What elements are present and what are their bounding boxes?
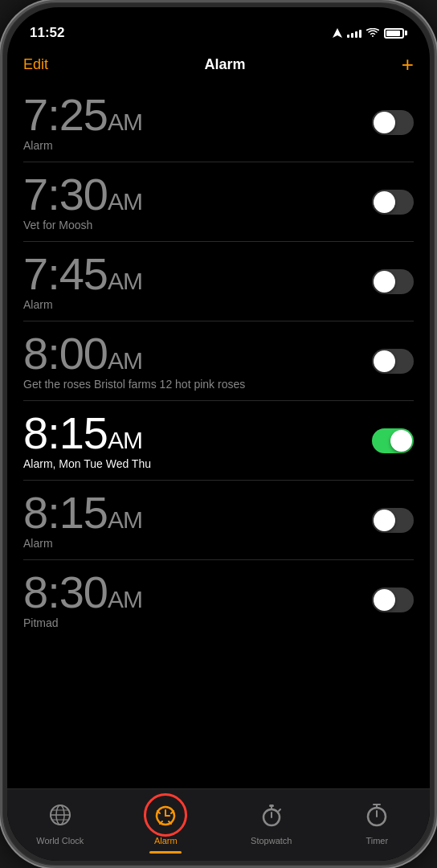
alarm-toggle-0[interactable] — [372, 110, 414, 135]
svg-marker-0 — [333, 28, 342, 38]
mute-button — [0, 147, 2, 179]
alarm-time-3: 8:00AM — [23, 331, 245, 376]
alarm-time-6: 8:30AM — [23, 570, 142, 615]
tab-alarm-label: Alarm — [154, 836, 178, 845]
alarm-label-3: Get the roses Bristol farms 12 hot pink … — [23, 378, 245, 391]
alarm-time-1: 7:30AM — [23, 172, 142, 217]
wifi-icon — [366, 28, 379, 38]
add-alarm-button[interactable]: + — [402, 54, 414, 75]
tab-timer[interactable]: Timer — [325, 797, 431, 845]
alarm-list: 7:25AM Alarm 7:30AM Vet for Moosh — [7, 83, 430, 788]
volume-up-button — [0, 195, 2, 248]
alarm-label-2: Alarm — [23, 298, 142, 311]
alarm-toggle-4[interactable] — [372, 428, 414, 453]
alarm-item-0[interactable]: 7:25AM Alarm — [23, 83, 414, 162]
edit-button[interactable]: Edit — [23, 56, 48, 73]
tab-world-clock[interactable]: World Clock — [7, 797, 113, 845]
alarm-time-0: 7:25AM — [23, 92, 142, 137]
screen: 11:52 — [7, 7, 430, 861]
alarm-toggle-5[interactable] — [372, 508, 414, 533]
alarm-label-0: Alarm — [23, 139, 142, 152]
tab-alarm[interactable]: Alarm — [113, 797, 219, 845]
svg-rect-14 — [269, 805, 274, 807]
tab-stopwatch-label: Stopwatch — [251, 836, 292, 845]
status-time: 11:52 — [30, 25, 64, 41]
alarm-item-1[interactable]: 7:30AM Vet for Moosh — [23, 162, 414, 242]
status-icons — [333, 28, 407, 39]
notch — [162, 7, 275, 30]
volume-down-button — [0, 260, 2, 312]
tab-stopwatch[interactable]: Stopwatch — [218, 797, 325, 845]
alarm-item-5[interactable]: 8:15AM Alarm — [23, 481, 414, 560]
tab-alarm-underline — [149, 851, 182, 854]
alarm-active-ring — [144, 793, 187, 837]
alarm-time-2: 7:45AM — [23, 252, 142, 297]
battery-icon — [384, 28, 407, 39]
alarm-time-5: 8:15AM — [23, 490, 142, 535]
alarm-item-6[interactable]: 8:30AM Pitmad — [23, 560, 414, 639]
tab-world-clock-label: World Clock — [36, 836, 84, 845]
alarm-label-1: Vet for Moosh — [23, 219, 142, 231]
alarm-time-4: 8:15AM — [23, 411, 151, 456]
globe-icon — [49, 804, 71, 826]
alarm-toggle-2[interactable] — [372, 269, 414, 294]
alarm-item-2[interactable]: 7:45AM Alarm — [23, 242, 414, 321]
alarm-item-3[interactable]: 8:00AM Get the roses Bristol farms 12 ho… — [23, 321, 414, 401]
timer-icon — [366, 803, 388, 827]
alarm-toggle-3[interactable] — [372, 349, 414, 374]
svg-line-17 — [279, 809, 280, 811]
alarm-label-5: Alarm — [23, 537, 142, 550]
alarm-label-6: Pitmad — [23, 616, 142, 629]
nav-header: Edit Alarm + — [7, 47, 430, 83]
stopwatch-icon — [260, 803, 283, 827]
alarm-toggle-6[interactable] — [372, 588, 414, 612]
app-screen: 11:52 — [7, 7, 430, 861]
tab-bar: World Clock — [7, 788, 430, 861]
alarm-label-4: Alarm, Mon Tue Wed Thu — [23, 457, 151, 470]
location-icon — [333, 28, 342, 38]
alarm-toggle-1[interactable] — [372, 190, 414, 215]
signal-icon — [347, 28, 361, 38]
page-title: Alarm — [204, 56, 245, 73]
phone-frame: 11:52 — [0, 0, 437, 868]
tab-timer-label: Timer — [366, 836, 388, 845]
alarm-item-4[interactable]: 8:15AM Alarm, Mon Tue Wed Thu — [23, 401, 414, 481]
